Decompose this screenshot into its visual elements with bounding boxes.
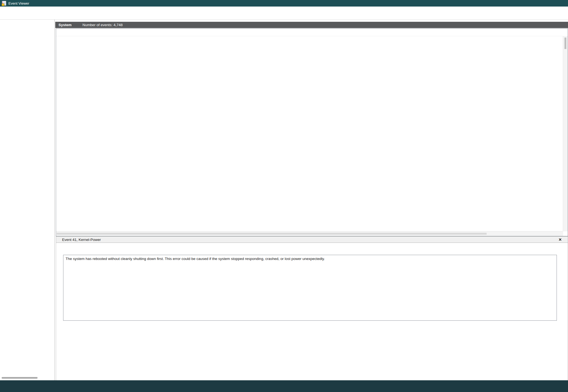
- sidebar-horizontal-scrollbar[interactable]: [2, 377, 38, 379]
- taskbar: [0, 380, 568, 392]
- toolbar: [0, 12, 568, 20]
- preview-pane: Event 41, Kernel-Power ✕ The system has …: [56, 236, 568, 380]
- list-vertical-scrollbar[interactable]: [563, 36, 568, 231]
- preview-pane-header: Event 41, Kernel-Power ✕: [56, 236, 568, 243]
- log-header-band: System Number of events: 4,748: [55, 22, 568, 28]
- event-list: [56, 28, 568, 236]
- event-description: The system has rebooted without cleanly …: [66, 257, 325, 261]
- event-count: Number of events: 4,748: [82, 23, 123, 27]
- console-tree-sidebar: [0, 20, 55, 380]
- scrollbar-thumb[interactable]: [57, 233, 487, 235]
- scrollbar-thumb[interactable]: [564, 38, 566, 49]
- preview-title: Event 41, Kernel-Power: [62, 238, 101, 242]
- menu-bar: [0, 7, 568, 12]
- event-viewer-window-icon: [2, 1, 6, 6]
- event-viewer-window: Event Viewer System Number of events: 4,…: [0, 0, 568, 392]
- list-horizontal-scrollbar[interactable]: [56, 231, 563, 236]
- title-bar: Event Viewer: [0, 0, 568, 7]
- close-icon[interactable]: ✕: [558, 237, 562, 242]
- log-name: System: [59, 23, 72, 27]
- window-title: Event Viewer: [8, 1, 29, 5]
- event-rows: [56, 36, 563, 231]
- column-header-row: [56, 29, 563, 36]
- event-description-box: The system has rebooted without cleanly …: [63, 255, 557, 321]
